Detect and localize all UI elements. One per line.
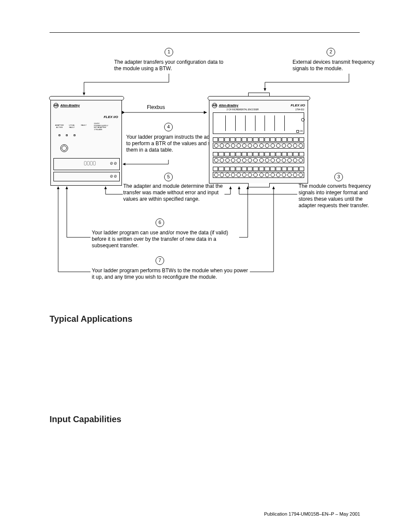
module-sq-row-2 <box>213 152 304 156</box>
publication-footer: Publication 1794-UM015B–EN–P – May 2001 <box>0 511 411 516</box>
callout-2-text: External devices transmit frequency sign… <box>293 59 379 72</box>
adapter-power-label: 24VDCPOWER SUPPLYRIO ADAPTER1794-ASB <box>94 123 108 131</box>
adapter-slot1-sym: ⊘⊘ <box>110 161 118 166</box>
callout-3-text: The module converts frequency signals in… <box>299 183 374 209</box>
flow-diagram: 1 The adapter transfers your configurati… <box>50 48 360 302</box>
adapter-led-row <box>59 131 75 138</box>
heading-typical-applications: Typical Applications <box>50 314 360 324</box>
callout-6-bubble: 6 <box>156 218 164 227</box>
callout-6-text: Your ladder program can use and/or move … <box>92 230 238 249</box>
module-sq-row-1 <box>213 137 304 142</box>
adapter-brand: Allen-Bradley <box>60 104 80 108</box>
module-device: AB Allen-Bradley FLEX I/O 2 CH INCREMENT… <box>209 97 308 184</box>
callout-7-bubble: 7 <box>156 256 164 265</box>
adapter-slot2-sym: ⊘⊘ <box>110 174 118 179</box>
callout-2-bubble: 2 <box>327 48 335 56</box>
adapter-led-local: LOCALFAULT <box>69 124 75 128</box>
heading-input-capabilities: Input Capabilities <box>50 414 360 424</box>
callout-5-bubble: 5 <box>164 173 173 181</box>
callout-4-bubble: 4 <box>164 123 173 131</box>
top-rule <box>50 32 360 33</box>
module-flex-label: FLEX I/O <box>291 103 305 108</box>
adapter-slot-2: ⊘⊘ <box>53 172 120 181</box>
module-brand: Allen-Bradley <box>219 104 238 108</box>
flexbus-label: Flexbus <box>147 104 165 111</box>
adapter-flex-label: FLEX I/O <box>104 115 118 119</box>
adapter-led-adapter: ADAPTERACTIVE <box>55 124 64 128</box>
ab-logo-icon: AB <box>212 103 217 108</box>
module-display: OK <box>213 112 304 134</box>
adapter-disc-icon <box>60 144 68 152</box>
adapter-device: AB Allen-Bradley FLEX I/O ADAPTERACTIVE … <box>50 97 122 186</box>
adapter-led-fault: FAULT <box>81 124 87 127</box>
module-dot-row-3 <box>213 172 304 178</box>
module-catalog: 1794-ID2 <box>295 108 304 111</box>
module-dot-row-2 <box>213 157 304 163</box>
callout-7-text: Your ladder program performs BTWs to the… <box>92 268 251 280</box>
callout-3-bubble: 3 <box>334 173 343 181</box>
module-sq-row-3 <box>213 167 304 171</box>
module-subtitle: 2 CH INCREMENTAL ENCODER <box>227 108 258 111</box>
adapter-slot-1: ⊘⊘ <box>53 158 120 170</box>
module-ok-led: OK <box>296 130 303 133</box>
callout-5-text: The adapter and module determine that th… <box>123 183 224 202</box>
callout-1-text: The adapter transfers your configuration… <box>114 59 226 72</box>
callout-1-bubble: 1 <box>165 48 173 56</box>
module-dot-row-1 <box>213 143 304 149</box>
ab-logo-icon: AB <box>53 103 59 108</box>
